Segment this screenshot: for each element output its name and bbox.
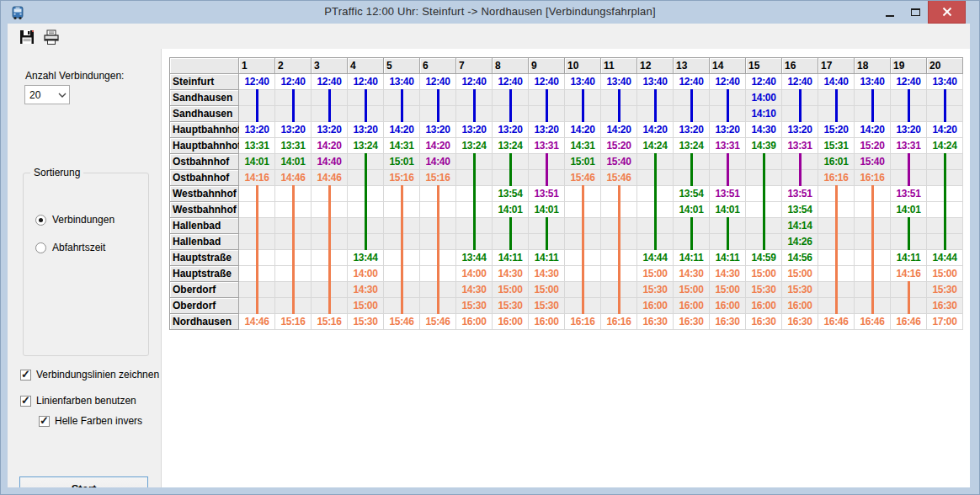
grid-cell: 14:11 (493, 250, 529, 266)
time-value: 13:20 (348, 122, 383, 137)
time-value: 14:46 (312, 170, 347, 185)
grid-cell: 15:00 (710, 282, 746, 298)
connection-line (944, 89, 946, 106)
grid-cell: 13:24 (493, 138, 529, 154)
grid-cell: 14:30 (456, 282, 493, 298)
start-button[interactable]: Start (19, 476, 148, 487)
connection-line (401, 281, 403, 298)
connection-line (473, 233, 476, 250)
grid-cell (637, 170, 674, 186)
connection-line (437, 105, 439, 122)
grid-cell (927, 106, 963, 122)
save-button[interactable] (17, 28, 37, 46)
grid-cell (565, 298, 601, 314)
grid-cell: 14:20 (601, 122, 637, 138)
time-value: 12:40 (529, 74, 564, 89)
grid-cell (601, 282, 637, 298)
grid-cell (818, 186, 855, 202)
grid-cell (493, 106, 529, 122)
station-label: Westbahnhof (170, 202, 239, 218)
grid-cell (239, 282, 275, 298)
time-value: 15:16 (384, 170, 419, 185)
grid-cell (891, 90, 927, 106)
column-header: 19 (891, 58, 927, 74)
time-value: 13:20 (420, 122, 455, 137)
connection-line (871, 249, 874, 266)
time-value: 14:31 (384, 138, 419, 153)
checkbox-icon (39, 416, 50, 427)
connection-line (437, 281, 439, 298)
table-row: Hauptstraße13:4413:4414:1114:1114:4414:1… (170, 250, 963, 266)
print-button[interactable] (41, 28, 61, 46)
grid-cell: 15:30 (637, 282, 674, 298)
grid-cell (348, 186, 384, 202)
grid-cell (275, 106, 312, 122)
connection-line (763, 153, 765, 170)
grid-cell (384, 90, 420, 106)
radio-verbindungen[interactable]: Verbindungen (35, 214, 115, 226)
grid-cell: 14:26 (782, 234, 818, 250)
grid-cell (456, 202, 493, 218)
connection-line (292, 201, 295, 218)
grid-cell: 15:30 (456, 298, 493, 314)
timetable-grid[interactable]: 1234567891011121314151617181920Steinfurt… (169, 57, 963, 330)
connection-line (546, 233, 548, 250)
time-value: 14:26 (782, 234, 818, 249)
grid-cell (746, 218, 782, 234)
connection-line (509, 89, 512, 106)
connection-line (437, 297, 439, 314)
grid-cell (674, 218, 710, 234)
grid-cell (239, 90, 275, 106)
grid-cell: 16:00 (637, 298, 674, 314)
time-value: 15:30 (529, 298, 564, 313)
time-value: 14:10 (746, 106, 781, 121)
column-header: 5 (384, 58, 420, 74)
grid-cell (312, 298, 348, 314)
grid-cell (855, 106, 891, 122)
grid-cell: 13:54 (674, 186, 710, 202)
connection-line (582, 265, 584, 282)
count-combobox[interactable]: 20 (24, 85, 70, 104)
time-value: 14:16 (891, 266, 926, 281)
connection-line (256, 89, 258, 106)
grid-cell: 15:30 (493, 298, 529, 314)
grid-cell: 16:30 (746, 314, 782, 330)
grid-cell: 13:20 (275, 122, 312, 138)
time-value: 13:20 (891, 122, 926, 137)
grid-cell: 14:24 (637, 138, 674, 154)
grid-cell (927, 90, 963, 106)
grid-cell (891, 106, 927, 122)
time-value: 13:20 (239, 122, 274, 137)
time-value: 12:40 (493, 74, 528, 89)
checkbox-linienfarben[interactable]: Linienfarben benutzen (20, 395, 136, 407)
grid-cell: 16:16 (565, 314, 601, 330)
grid-cell: 15:46 (384, 314, 420, 330)
connection-line (618, 217, 620, 234)
minimize-button[interactable] (877, 1, 903, 24)
grid-cell (420, 234, 456, 250)
grid-cell: 13:51 (782, 186, 818, 202)
connection-line (908, 217, 910, 234)
grid-cell: 15:00 (529, 282, 565, 298)
station-label: Sandhausen (170, 90, 239, 106)
time-value: 14:01 (493, 202, 528, 217)
close-button[interactable] (928, 1, 966, 24)
grid-cell: 15:30 (782, 282, 818, 298)
grid-cell: 15:46 (565, 170, 601, 186)
grid-cell: 13:24 (674, 138, 710, 154)
grid-cell (927, 234, 963, 250)
time-value: 15:30 (348, 314, 383, 329)
grid-cell (818, 234, 855, 250)
time-value: 16:16 (565, 314, 600, 329)
radio-abfahrtszeit[interactable]: Abfahrtszeit (35, 242, 105, 253)
sort-groupbox: Sortierung Verbindungen Abfahrtszeit (23, 173, 149, 356)
checkbox-helle-farben[interactable]: Helle Farben invers (39, 415, 142, 427)
grid-cell (420, 250, 456, 266)
grid-cell: 14:00 (746, 90, 782, 106)
connection-line (401, 105, 403, 122)
maximize-button[interactable] (903, 1, 928, 24)
checkbox-verbindungslinien[interactable]: Verbindungslinien zeichnen (20, 369, 159, 381)
grid-cell (601, 106, 637, 122)
grid-cell: 16:00 (456, 314, 493, 330)
connection-line (401, 201, 403, 218)
